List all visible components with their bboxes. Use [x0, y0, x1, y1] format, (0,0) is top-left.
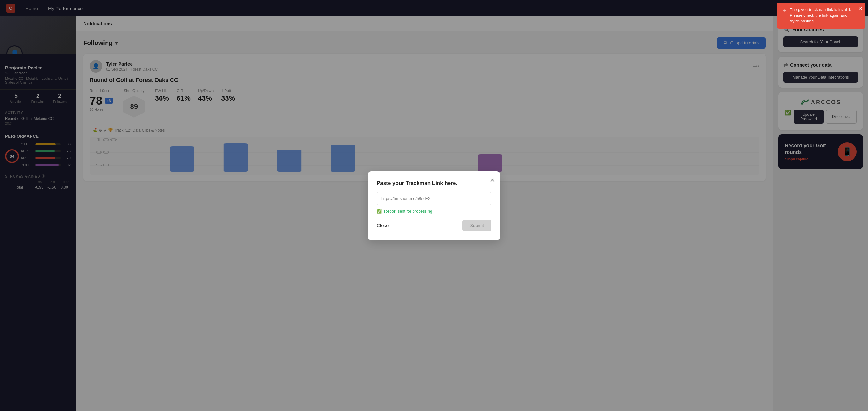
modal-overlay: Paste your Trackman Link here. ✕ ✅ Repor… [0, 0, 868, 411]
trackman-modal: Paste your Trackman Link here. ✕ ✅ Repor… [368, 171, 500, 240]
error-toast: ⚠ The given trackman link is invalid. Pl… [777, 2, 866, 29]
modal-close-icon-button[interactable]: ✕ [490, 176, 495, 184]
modal-success-message: ✅ Report sent for processing [377, 209, 491, 214]
modal-footer: Close Submit [377, 220, 491, 231]
trackman-link-input[interactable] [377, 192, 491, 205]
modal-submit-button[interactable]: Submit [462, 220, 491, 231]
modal-close-button[interactable]: Close [377, 223, 389, 228]
success-check-icon: ✅ [377, 209, 382, 214]
modal-title: Paste your Trackman Link here. [377, 180, 491, 186]
warning-icon: ⚠ [782, 7, 786, 14]
error-toast-message: The given trackman link is invalid. Plea… [790, 7, 853, 24]
success-text: Report sent for processing [384, 209, 432, 214]
toast-close-button[interactable]: ✕ [858, 6, 862, 12]
